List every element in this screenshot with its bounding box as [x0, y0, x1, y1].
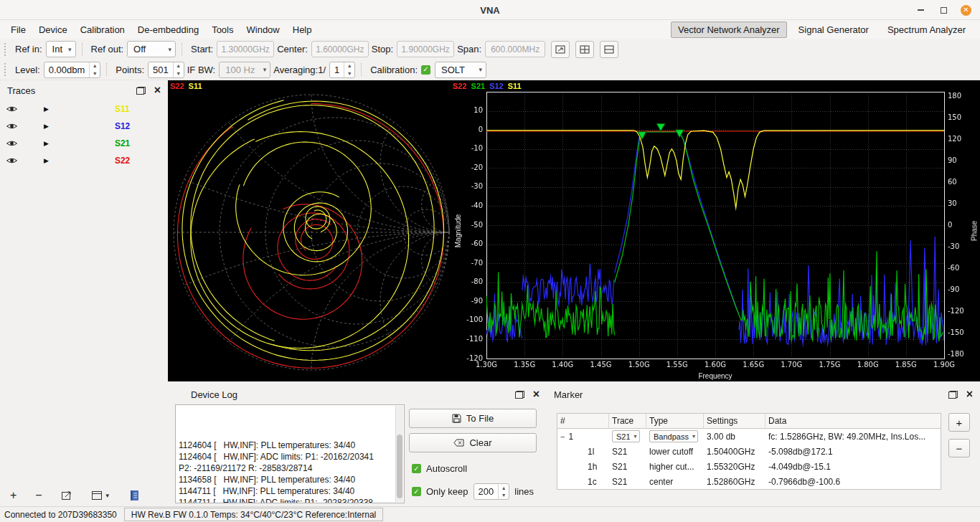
expander-triangle-icon[interactable]: ▶: [44, 123, 49, 130]
toolbar-drag-handle[interactable]: [4, 43, 9, 56]
export-trace-button[interactable]: [61, 490, 72, 500]
expander-triangle-icon[interactable]: ▶: [44, 157, 49, 164]
only-keep-checkbox[interactable]: [412, 487, 421, 496]
visibility-eye-icon[interactable]: [6, 156, 18, 165]
close-panel-icon[interactable]: ×: [154, 85, 161, 96]
spin-up-icon[interactable]: ▲: [174, 62, 184, 70]
table-row[interactable]: −1 S21▾ Bandpass▾ 3.00 db fc: 1.5286GHz,…: [557, 429, 941, 444]
device-log-header: Device Log ×: [171, 384, 547, 404]
trace-row-s11[interactable]: ▶ S11: [0, 100, 168, 118]
table-row[interactable]: 1c S21 center 1.52860GHz -0.7966db@-100.…: [557, 474, 941, 489]
table-row[interactable]: 1l S21 lower cutoff 1.50400GHz -5.098db@…: [557, 444, 941, 459]
collapse-icon[interactable]: −: [560, 432, 565, 441]
log-notebook-button[interactable]: [129, 490, 140, 501]
graph-arrange-button[interactable]: ▼: [91, 490, 110, 500]
spin-down-icon[interactable]: ▼: [174, 70, 184, 77]
expander-triangle-icon[interactable]: ▶: [44, 140, 49, 147]
marker-settings[interactable]: 3.00 db: [704, 432, 765, 442]
marker-settings[interactable]: 1.55320GHz: [704, 462, 765, 472]
marker-type-select[interactable]: Bandpass▾: [649, 430, 698, 442]
log-clear-button[interactable]: Clear: [409, 433, 537, 452]
menu-deembedding[interactable]: De-embedding: [131, 22, 205, 37]
column-header[interactable]: Settings: [704, 414, 765, 428]
magnitude-phase-plot-view[interactable]: S22 S21 S12 S11 Magnitude Phase Frequenc…: [451, 80, 980, 381]
trace-row-s12[interactable]: ▶ S12: [0, 118, 168, 135]
column-header[interactable]: #: [557, 414, 609, 428]
float-panel-icon[interactable]: [136, 87, 146, 95]
smith-chart-view[interactable]: S22 S11: [168, 80, 451, 381]
chevron-down-icon: ▾: [479, 66, 482, 73]
menu-help[interactable]: Help: [286, 22, 319, 37]
table-row[interactable]: 1h S21 higher cut... 1.55320GHz -4.049db…: [557, 459, 941, 474]
points-spinbox[interactable]: 501▲▼: [148, 62, 184, 78]
float-panel-icon[interactable]: [515, 391, 524, 399]
tab-spectrum-analyzer[interactable]: Spectrum Analyzer: [880, 22, 973, 38]
menu-tools[interactable]: Tools: [205, 22, 240, 37]
marker-settings[interactable]: 1.52860GHz: [704, 477, 765, 487]
log-line: 1144711 [ HW,INF]: ADC limits: P1: -2028…: [179, 498, 392, 503]
float-panel-icon[interactable]: [948, 391, 958, 399]
column-header[interactable]: Trace: [609, 414, 646, 428]
start-frequency-field[interactable]: 1.30000GHz: [217, 41, 274, 57]
close-button[interactable]: ✕: [961, 5, 971, 16]
trace-row-s22[interactable]: ▶ S22: [0, 152, 168, 169]
maximize-button[interactable]: [938, 4, 949, 16]
marker-trace-select[interactable]: S21▾: [612, 430, 640, 442]
spin-down-icon[interactable]: ▼: [499, 492, 509, 500]
magnitude-phase-plot[interactable]: [451, 80, 980, 381]
remove-marker-button[interactable]: −: [948, 439, 970, 457]
spin-down-icon[interactable]: ▼: [90, 70, 100, 77]
keep-lines-spinbox[interactable]: 200▲▼: [473, 483, 510, 500]
tab-signal-generator[interactable]: Signal Generator: [791, 22, 876, 38]
connection-status: Connected to 207D39683350: [4, 510, 117, 520]
tab-vector-network-analyzer[interactable]: Vector Network Analyzer: [671, 22, 787, 38]
ifbw-value: 100 Hz: [225, 65, 255, 75]
spin-up-icon[interactable]: ▲: [344, 62, 354, 70]
spin-up-icon[interactable]: ▲: [90, 62, 100, 70]
log-to-file-button[interactable]: To File: [409, 409, 537, 428]
ifbw-select[interactable]: 100 Hz▾: [219, 62, 270, 78]
visibility-eye-icon[interactable]: [6, 139, 18, 148]
log-scrollbar[interactable]: [395, 406, 403, 502]
visibility-eye-icon[interactable]: [6, 105, 18, 113]
center-frequency-field[interactable]: 1.60000GHz: [311, 41, 369, 57]
toolbar-drag-handle[interactable]: [4, 63, 9, 76]
calibration-checkbox[interactable]: [421, 65, 430, 75]
add-marker-button[interactable]: +: [948, 413, 970, 432]
stop-frequency-field[interactable]: 1.90000GHz: [397, 41, 454, 57]
remove-trace-button[interactable]: −: [35, 489, 42, 502]
marker-settings[interactable]: 1.50400GHz: [704, 447, 765, 457]
graph-grid-layout-button[interactable]: [575, 41, 594, 58]
close-panel-icon[interactable]: ×: [966, 389, 973, 400]
column-header[interactable]: Data: [765, 414, 941, 428]
level-spinbox[interactable]: 0.00dbm▲▼: [44, 62, 101, 78]
device-log-text[interactable]: 1124604 [ HW,INF]: PLL temperatures: 34/…: [175, 404, 405, 503]
close-panel-icon[interactable]: ×: [533, 389, 540, 400]
chevron-down-icon: ▾: [692, 433, 695, 440]
menu-calibration[interactable]: Calibration: [74, 22, 131, 37]
minimize-button[interactable]: [915, 4, 926, 16]
expander-triangle-icon[interactable]: ▶: [44, 105, 49, 113]
spin-down-icon[interactable]: ▼: [344, 70, 354, 77]
traces-panel: Traces × ▶ S11 ▶ S12 ▶ S21 ▶ S22: [0, 80, 168, 485]
visibility-eye-icon[interactable]: [6, 122, 18, 130]
split-horizontal-icon: [604, 45, 614, 54]
ref-out-select[interactable]: Off▾: [127, 41, 176, 57]
menu-file[interactable]: File: [4, 22, 32, 37]
marker-panel-title: Marker: [554, 389, 583, 400]
graph-single-layout-button[interactable]: [600, 41, 618, 58]
add-trace-button[interactable]: +: [10, 489, 17, 502]
spin-up-icon[interactable]: ▲: [499, 484, 509, 492]
column-header[interactable]: Type: [646, 414, 704, 428]
calibration-method-select[interactable]: SOLT▾: [435, 62, 486, 78]
graph-maximize-button[interactable]: [551, 41, 570, 58]
log-scrollbar-thumb[interactable]: [397, 435, 402, 498]
menu-device[interactable]: Device: [32, 22, 74, 37]
menu-window[interactable]: Window: [240, 22, 286, 37]
ref-in-select[interactable]: Int▾: [46, 41, 76, 57]
trace-row-s21[interactable]: ▶ S21: [0, 135, 168, 152]
span-frequency-field[interactable]: 600.000MHz: [485, 41, 545, 57]
averaging-spinbox[interactable]: 1▲▼: [329, 62, 355, 78]
autoscroll-checkbox[interactable]: [412, 464, 421, 473]
smith-chart[interactable]: [168, 80, 451, 381]
